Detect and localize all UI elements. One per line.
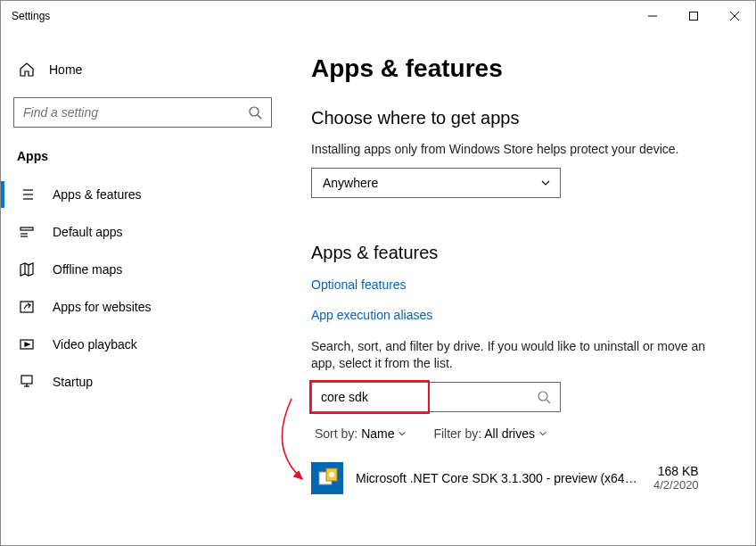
startup-icon xyxy=(19,374,35,390)
app-search-box[interactable] xyxy=(311,382,561,412)
svg-point-23 xyxy=(538,392,547,401)
section-label: Apps xyxy=(13,149,272,163)
search-icon xyxy=(537,390,551,404)
video-icon xyxy=(19,336,35,352)
sort-label: Sort by: xyxy=(315,426,357,441)
sidebar-item-label: Apps & features xyxy=(53,187,142,202)
sort-filter-row: Sort by: Name Filter by: All drives xyxy=(311,426,728,441)
sidebar-item-label: Apps for websites xyxy=(53,300,152,314)
sidebar-item-default-apps[interactable]: Default apps xyxy=(13,213,272,251)
app-date: 4/2/2020 xyxy=(653,478,699,492)
main-panel: Apps & features Choose where to get apps… xyxy=(284,31,755,545)
titlebar: Settings xyxy=(1,1,755,31)
filter-by-control[interactable]: Filter by: All drives xyxy=(433,426,547,441)
app-name: Microsoft .NET Core SDK 3.1.300 - previe… xyxy=(356,471,641,485)
chevron-down-icon xyxy=(398,426,407,441)
sort-by-control[interactable]: Sort by: Name xyxy=(315,426,407,441)
svg-rect-1 xyxy=(690,12,698,21)
chevron-down-icon xyxy=(540,178,551,188)
installer-icon xyxy=(311,462,343,494)
window-controls xyxy=(632,2,755,30)
find-setting-input[interactable] xyxy=(23,105,248,120)
app-list-item[interactable]: Microsoft .NET Core SDK 3.1.300 - previe… xyxy=(311,459,728,498)
svg-rect-17 xyxy=(21,302,33,312)
window-title: Settings xyxy=(12,10,50,22)
optional-features-link[interactable]: Optional features xyxy=(311,277,728,292)
filter-label: Filter by: xyxy=(433,426,481,441)
sidebar-item-video-playback[interactable]: Video playback xyxy=(13,326,272,363)
sidebar-item-label: Default apps xyxy=(53,225,123,239)
map-icon xyxy=(19,261,35,277)
app-meta: 168 KB 4/2/2020 xyxy=(653,464,699,492)
svg-line-24 xyxy=(546,400,550,403)
list-icon xyxy=(19,186,35,203)
app-size: 168 KB xyxy=(653,464,699,478)
sidebar-item-label: Video playback xyxy=(53,337,137,352)
app-source-select[interactable]: Anywhere xyxy=(311,168,561,198)
filter-value: All drives xyxy=(484,426,535,441)
home-nav[interactable]: Home xyxy=(13,54,272,85)
home-label: Home xyxy=(49,62,82,77)
sidebar-item-apps-websites[interactable]: Apps for websites xyxy=(13,288,272,326)
sort-value: Name xyxy=(361,426,394,441)
svg-line-5 xyxy=(258,115,261,119)
sidebar-item-offline-maps[interactable]: Offline maps xyxy=(13,251,272,288)
af-heading: Apps & features xyxy=(311,243,728,263)
home-icon xyxy=(19,62,35,78)
svg-point-28 xyxy=(329,472,334,477)
sidebar-item-startup[interactable]: Startup xyxy=(13,363,272,401)
filter-desc: Search, sort, and filter by drive. If yo… xyxy=(311,338,728,373)
sidebar-item-label: Offline maps xyxy=(53,262,122,277)
search-icon xyxy=(248,105,262,120)
defaults-icon xyxy=(19,224,35,240)
sidebar-item-apps-features[interactable]: Apps & features xyxy=(13,176,272,213)
app-search-input[interactable] xyxy=(321,390,537,404)
app-source-value: Anywhere xyxy=(323,176,378,190)
svg-marker-19 xyxy=(25,343,29,346)
close-button[interactable] xyxy=(714,2,755,30)
source-desc: Installing apps only from Windows Store … xyxy=(311,141,728,159)
source-heading: Choose where to get apps xyxy=(311,108,728,128)
svg-point-4 xyxy=(250,107,259,116)
minimize-button[interactable] xyxy=(632,2,673,30)
svg-rect-12 xyxy=(21,228,33,230)
link-icon xyxy=(19,299,35,315)
page-title: Apps & features xyxy=(311,54,728,83)
find-setting-box[interactable] xyxy=(13,97,272,128)
sidebar-item-label: Startup xyxy=(53,375,93,389)
chevron-down-icon xyxy=(538,426,547,441)
maximize-button[interactable] xyxy=(673,2,714,30)
svg-rect-20 xyxy=(21,376,32,384)
app-aliases-link[interactable]: App execution aliases xyxy=(311,308,728,322)
sidebar: Home Apps Apps & features Default apps xyxy=(1,31,284,545)
